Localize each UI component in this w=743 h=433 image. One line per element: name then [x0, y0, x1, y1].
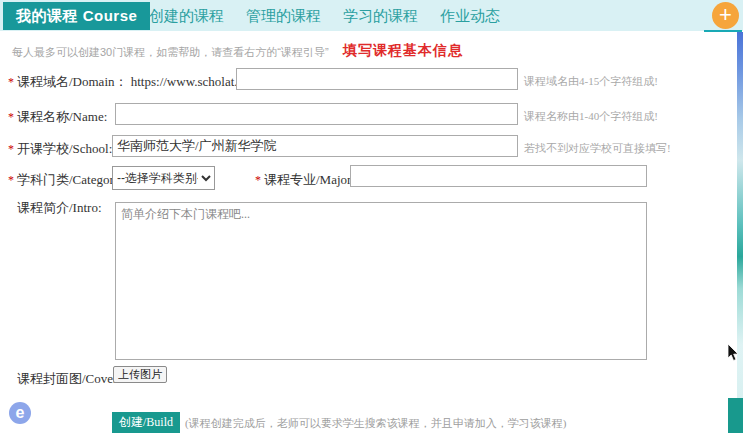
domain-input[interactable]: [236, 68, 518, 90]
cover-label: 课程封面图/Cover:: [17, 370, 121, 388]
school-hint: 若找不到对应学校可直接填写!: [524, 141, 671, 156]
name-label: *课程名称/Name:: [8, 108, 107, 126]
edge-browser-icon[interactable]: e: [9, 402, 31, 424]
required-asterisk: *: [8, 173, 14, 187]
required-asterisk: *: [8, 75, 14, 89]
major-label: *课程专业/Major:: [255, 171, 355, 189]
name-label-text: 课程名称/Name:: [17, 109, 107, 124]
intro-label: 课程简介/Intro:: [17, 199, 102, 217]
name-input[interactable]: [115, 103, 518, 125]
domain-hint: 课程域名由4-15个字符组成!: [524, 74, 658, 89]
school-label-text: 开课学校/School:: [17, 141, 112, 156]
required-asterisk: *: [255, 173, 261, 187]
build-button[interactable]: 创建/Build: [112, 412, 180, 433]
school-input[interactable]: [112, 135, 518, 157]
category-label: *学科门类/Category:: [8, 171, 124, 189]
domain-label-text: 课程域名/Domain：: [17, 74, 128, 89]
major-input[interactable]: [350, 165, 647, 187]
name-hint: 课程名称由1-40个字符组成!: [524, 109, 658, 124]
required-asterisk: *: [8, 110, 14, 124]
school-label: *开课学校/School:: [8, 140, 112, 158]
upload-image-button[interactable]: 上传图片: [113, 366, 167, 383]
mouse-cursor-icon: [727, 344, 739, 362]
course-form: *课程域名/Domain： https://www.scholat.com/co…: [0, 0, 743, 433]
category-label-text: 学科门类/Category:: [17, 172, 124, 187]
major-label-text: 课程专业/Major:: [264, 172, 355, 187]
intro-textarea[interactable]: [115, 202, 647, 360]
build-note: (课程创建完成后，老师可以要求学生搜索该课程，并且申请加入，学习该课程): [185, 416, 566, 431]
category-select[interactable]: --选择学科类别--: [112, 166, 215, 190]
required-asterisk: *: [8, 142, 14, 156]
